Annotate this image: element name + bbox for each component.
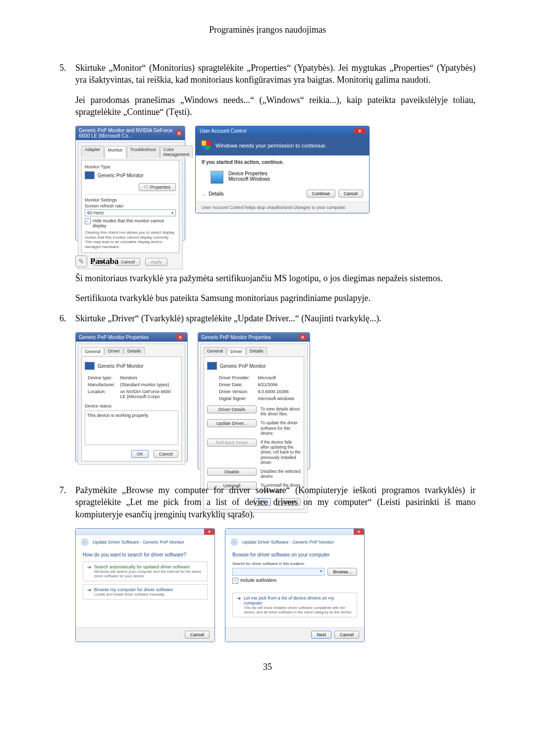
uac-program-name: Device Properties — [228, 171, 270, 176]
arrow-icon: ➔ — [237, 596, 241, 601]
uac-publisher: Microsoft Windows — [228, 176, 270, 182]
hide-modes-note: Clearing this check box allows you to se… — [85, 230, 176, 249]
scr4-info-table: Driver Provider:Microsoft Driver Date:6/… — [216, 374, 301, 403]
back-arrow-icon[interactable]: ← — [81, 538, 89, 546]
program-icon — [211, 171, 223, 184]
step-6-text: Skirtuke „Driver“ (Tvarkyklė) spragtelėk… — [75, 312, 476, 324]
cancel-button[interactable]: Cancel — [334, 631, 359, 639]
browse-button[interactable]: Browse... — [327, 568, 357, 576]
uac-started-text: If you started this action, continue. — [196, 155, 369, 169]
close-icon[interactable]: × — [299, 334, 307, 340]
include-subfolders-checkbox[interactable]: ✓Include subfolders — [232, 578, 357, 584]
monitor-name: Generic PnP Monitor — [98, 173, 144, 178]
wiz2-heading: Browse for driver software on your compu… — [232, 552, 357, 557]
tab-monitor[interactable]: Monitor — [105, 146, 126, 158]
tab-color-mgmt[interactable]: Color Management — [160, 146, 193, 158]
disable-button[interactable]: Disable — [207, 468, 257, 476]
wiz1-breadcrumb: Update Driver Software - Generic PnP Mon… — [93, 540, 184, 545]
next-button[interactable]: Next — [311, 631, 331, 639]
refresh-label: Screen refresh rate: — [85, 203, 176, 208]
close-icon[interactable]: × — [176, 334, 184, 340]
apply-button[interactable]: Apply — [145, 258, 167, 266]
note-text-2: Sertifikuota tvarkyklė bus pateikta Sams… — [75, 292, 476, 304]
note-text-1: Ši monitoriaus tvarkyklė yra pažymėta se… — [75, 272, 476, 284]
note-icon: ✎ — [75, 255, 87, 267]
chevron-down-icon[interactable]: ⌄ — [202, 191, 206, 197]
cancel-button[interactable]: Cancel — [154, 450, 178, 458]
step-6-number: 6. — [59, 312, 75, 324]
driver-details-button[interactable]: Driver Details — [207, 405, 257, 413]
monitor-type-label: Monitor Type — [85, 164, 176, 169]
step-5-text: Skirtuke „Monitor“ (Monitorius) spragtel… — [75, 62, 476, 86]
scr4-device-name: Generic PnP Monitor — [220, 363, 266, 369]
tab-troubleshoot[interactable]: Troubleshoot — [127, 146, 160, 158]
wizard-search-method: × ← Update Driver Software - Generic PnP… — [75, 528, 215, 642]
ok-button[interactable]: OK — [131, 450, 149, 458]
wiz2-breadcrumb: Update Driver Software - Generic PnP Mon… — [242, 540, 334, 545]
scr1-title: Generic PnP Monitor and NVIDIA GeForce 6… — [79, 128, 176, 139]
scr3-device-name: Generic PnP Monitor — [98, 363, 144, 369]
tab-details[interactable]: Details — [124, 347, 145, 354]
step-7-text: Pažymėkite „Browse my computer for drive… — [75, 484, 476, 520]
props-driver-dialog: Generic PnP Monitor Properties × General… — [198, 332, 310, 469]
step-5-subtext: Jei parodomas pranešimas „Windows needs.… — [75, 94, 476, 118]
rollback-driver-button[interactable]: Roll Back Driver — [207, 439, 257, 447]
step5-screenshots: Generic PnP Monitor and NVIDIA GeForce 6… — [75, 126, 476, 241]
note-label: Pastaba — [90, 256, 119, 266]
monitor-props-dialog: Generic PnP Monitor and NVIDIA GeForce 6… — [75, 126, 185, 241]
wiz1-option-browse[interactable]: ➔ Browse my computer for driver software… — [83, 584, 208, 600]
close-icon[interactable]: × — [204, 529, 214, 535]
continue-button[interactable]: Continue — [307, 190, 335, 198]
uac-dialog: User Account Control × Windows needs you… — [195, 126, 370, 213]
monitor-icon — [207, 362, 217, 370]
device-status-box: This device is working properly. — [85, 410, 178, 445]
close-icon[interactable]: × — [354, 529, 364, 535]
refresh-rate-select[interactable]: 60 Hertz — [85, 209, 176, 216]
monitor-icon — [85, 362, 95, 370]
scr3-info-table: Device type:Monitors Manufacturer:(Stand… — [85, 374, 178, 401]
monitor-settings-label: Monitor Settings — [85, 198, 176, 202]
update-driver-button[interactable]: Update Driver... — [207, 419, 257, 427]
scr4-title: Generic PnP Monitor Properties — [201, 335, 271, 340]
step-5: 5. Skirtuke „Monitor“ (Monitorius) sprag… — [59, 62, 476, 86]
close-icon[interactable]: × — [176, 130, 182, 136]
scr1-tabs: Adapter Monitor Troubleshoot Color Manag… — [81, 146, 179, 158]
uac-title-text: User Account Control — [200, 128, 247, 134]
wizard-browse: × ← Update Driver Software - Generic PnP… — [225, 528, 365, 642]
step-5-number: 5. — [59, 62, 75, 86]
cancel-button[interactable]: Cancel — [338, 190, 363, 198]
back-arrow-icon[interactable]: ← — [230, 538, 238, 546]
cancel-button[interactable]: Cancel — [185, 631, 210, 639]
wiz2-option-pick[interactable]: ➔ Let me pick from a list of device driv… — [232, 593, 357, 617]
uac-details-label[interactable]: Details — [209, 191, 224, 197]
step7-screenshots: × ← Update Driver Software - Generic PnP… — [75, 528, 476, 642]
properties-button[interactable]: 🛡 Properties — [139, 183, 176, 191]
wiz1-heading: How do you want to search for driver sof… — [83, 552, 208, 557]
tab-general[interactable]: General — [81, 348, 104, 355]
step-7: 7. Pažymėkite „Browse my computer for dr… — [59, 484, 476, 520]
page-header: Programinės įrangos naudojimas — [59, 25, 476, 35]
uac-footer-text: User Account Control helps stop unauthor… — [196, 202, 369, 213]
tab-adapter[interactable]: Adapter — [81, 146, 104, 158]
uac-banner-text: Windows needs your permission to contion… — [215, 143, 326, 149]
monitor-icon — [85, 171, 95, 179]
close-icon[interactable]: × — [354, 128, 365, 134]
step-7-number: 7. — [59, 484, 75, 520]
wiz1-option-auto[interactable]: ➔ Search automatically for updated drive… — [83, 561, 208, 581]
tab-driver[interactable]: Driver — [105, 347, 123, 354]
scr3-title: Generic PnP Monitor Properties — [79, 335, 149, 340]
step-6: 6. Skirtuke „Driver“ (Tvarkyklė) spragte… — [59, 312, 476, 324]
tab-driver[interactable]: Driver — [227, 348, 246, 355]
step6-screenshots: Generic PnP Monitor Properties × General… — [75, 332, 476, 469]
path-combo[interactable] — [232, 568, 324, 576]
tab-details[interactable]: Details — [246, 347, 267, 354]
shield-icon — [202, 141, 211, 151]
page-number: 35 — [59, 662, 476, 672]
arrow-icon: ➔ — [87, 587, 91, 593]
arrow-icon: ➔ — [87, 564, 91, 570]
wiz2-search-label: Search for driver software in this locat… — [232, 561, 357, 566]
cancel-button[interactable]: Cancel — [115, 258, 140, 266]
hide-modes-checkbox[interactable]: ✓Hide modes that this monitor cannot dis… — [85, 218, 176, 228]
device-status-label: Device status — [85, 403, 178, 408]
tab-general[interactable]: General — [204, 347, 226, 354]
